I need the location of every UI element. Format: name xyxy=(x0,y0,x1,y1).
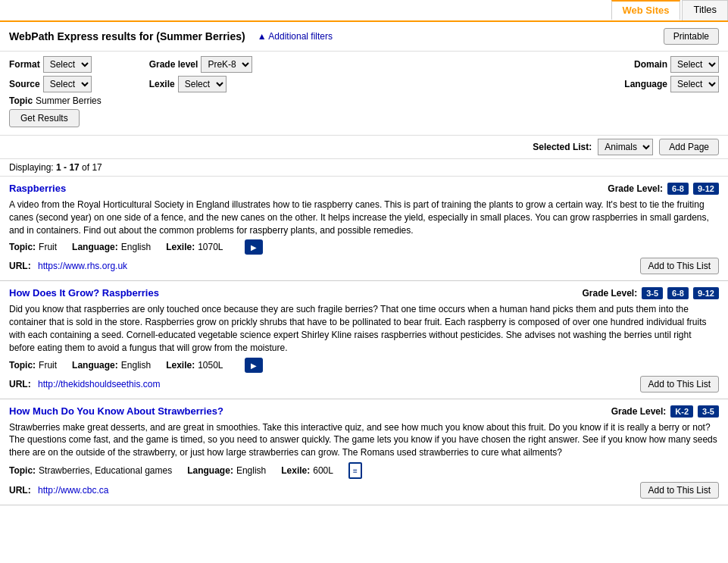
result-meta: Topic: Fruit Language: English Lexile: 1… xyxy=(9,239,719,255)
header: WebPath Express results for (Summer Berr… xyxy=(0,22,728,52)
format-label: Format xyxy=(9,59,40,70)
add-page-button[interactable]: Add Page xyxy=(659,139,719,155)
result-meta: Topic: Fruit Language: English Lexile: 1… xyxy=(9,358,719,373)
printable-button[interactable]: Printable xyxy=(664,28,719,45)
language-label: Language xyxy=(624,79,667,89)
grade-level-section: Grade Level: 6-89-12 xyxy=(608,183,719,195)
url-section: URL: http://www.cbc.ca xyxy=(9,485,108,496)
page-title: WebPath Express results for (Summer Berr… xyxy=(9,30,245,42)
grade-level-label: Grade Level: xyxy=(611,406,667,417)
header-left: WebPath Express results for (Summer Berr… xyxy=(9,30,333,42)
url-link[interactable]: http://thekidshouldseethis.com xyxy=(38,379,160,389)
grade-level-section: Grade Level: K-23-5 xyxy=(611,405,719,418)
result-title[interactable]: How Does It Grow? Raspberries xyxy=(9,287,159,299)
result-url-row: URL: http://www.cbc.ca Add to This List xyxy=(9,482,719,499)
triangle-icon: ▲ xyxy=(258,31,267,42)
lexile-meta-value: 1070L xyxy=(198,242,223,252)
top-tabs: Web Sites Titles xyxy=(0,0,728,22)
add-to-list-button[interactable]: Add to This List xyxy=(640,258,720,274)
meta-topic: Topic: Fruit xyxy=(9,242,57,252)
grade-level-label: Grade Level: xyxy=(582,288,637,299)
result-header: How Much Do You Know About Strawberries?… xyxy=(9,405,719,418)
url-link[interactable]: http://www.cbc.ca xyxy=(38,485,108,496)
result-header: How Does It Grow? Raspberries Grade Leve… xyxy=(9,287,719,300)
topic-label: Topic xyxy=(9,95,33,106)
lexile-select[interactable]: Select xyxy=(178,76,227,92)
meta-language: Language: English xyxy=(72,242,151,252)
language-meta-label: Language: xyxy=(72,360,118,371)
grade-label: Grade level xyxy=(149,59,198,70)
lexile-meta-label: Lexile: xyxy=(166,242,195,252)
result-description: Did you know that raspberries are only t… xyxy=(9,303,719,354)
displaying-range: 1 - 17 xyxy=(56,162,80,173)
meta-language: Language: English xyxy=(187,465,266,476)
grade-badge: 9-12 xyxy=(693,183,719,195)
topic-value: Summer Berries xyxy=(36,95,102,106)
result-description: Strawberries make great desserts, and ar… xyxy=(9,421,719,459)
meta-topic: Topic: Strawberries, Educational games xyxy=(9,465,172,476)
language-select[interactable]: Select xyxy=(670,76,719,92)
language-meta-value: English xyxy=(121,360,151,371)
result-item: Raspberries Grade Level: 6-89-12 A video… xyxy=(0,177,728,281)
meta-language: Language: English xyxy=(72,360,151,371)
selected-list-bar: Selected List: Animals Add Page xyxy=(0,136,728,159)
grade-level-label: Grade Level: xyxy=(608,183,663,194)
result-header: Raspberries Grade Level: 6-89-12 xyxy=(9,183,719,195)
lexile-meta-label: Lexile: xyxy=(281,465,310,476)
topic-meta-value: Fruit xyxy=(39,360,57,371)
grade-select[interactable]: PreK-8 xyxy=(201,56,252,73)
grade-badge: 6-8 xyxy=(667,183,689,195)
tablet-icon xyxy=(348,462,362,479)
displaying-suffix: of 17 xyxy=(82,162,102,173)
results-container: Raspberries Grade Level: 6-89-12 A video… xyxy=(0,177,728,505)
additional-filters-link[interactable]: ▲ Additional filters xyxy=(258,31,333,42)
displaying-prefix: Displaying: xyxy=(9,162,54,173)
add-to-list-button[interactable]: Add to This List xyxy=(640,376,720,393)
url-label: URL: xyxy=(9,379,31,389)
selected-list-label: Selected List: xyxy=(533,142,592,152)
format-select[interactable]: Select xyxy=(43,56,92,73)
topic-row: Topic Summer Berries xyxy=(9,95,719,106)
result-title[interactable]: Raspberries xyxy=(9,183,66,194)
lexile-label: Lexile xyxy=(149,79,175,89)
filters-section: Format Select Grade level PreK-8 Domain … xyxy=(0,52,728,136)
topic-meta-value: Strawberries, Educational games xyxy=(39,465,172,476)
topic-meta-value: Fruit xyxy=(39,242,57,252)
grade-filter: Grade level PreK-8 xyxy=(149,56,253,73)
result-title[interactable]: How Much Do You Know About Strawberries? xyxy=(9,405,223,417)
url-section: URL: https://www.rhs.org.uk xyxy=(9,261,127,271)
meta-lexile: Lexile: 1070L xyxy=(166,242,223,252)
tab-web-sites[interactable]: Web Sites xyxy=(611,0,681,20)
result-meta: Topic: Strawberries, Educational games L… xyxy=(9,462,719,479)
result-url-row: URL: https://www.rhs.org.uk Add to This … xyxy=(9,258,719,274)
url-label: URL: xyxy=(9,485,31,496)
result-description: A video from the Royal Horticultural Soc… xyxy=(9,199,719,236)
tab-titles[interactable]: Titles xyxy=(682,0,728,20)
url-label: URL: xyxy=(9,261,31,271)
lexile-meta-value: 1050L xyxy=(198,360,223,371)
source-select[interactable]: Select xyxy=(43,76,92,92)
language-filter: Language Select xyxy=(624,76,719,92)
topic-meta-label: Topic: xyxy=(9,242,36,252)
language-meta-label: Language: xyxy=(187,465,233,476)
grade-badge: 6-8 xyxy=(667,287,689,299)
add-to-list-button[interactable]: Add to This List xyxy=(640,482,720,499)
lexile-filter: Lexile Select xyxy=(149,76,227,92)
meta-lexile: Lexile: 1050L xyxy=(166,360,223,371)
domain-select[interactable]: Select xyxy=(670,56,719,73)
lexile-meta-value: 600L xyxy=(313,465,333,476)
filter-row-1: Format Select Grade level PreK-8 Domain … xyxy=(9,56,719,73)
get-results-button[interactable]: Get Results xyxy=(9,109,80,127)
language-meta-label: Language: xyxy=(72,242,118,252)
grade-badge: K-2 xyxy=(670,405,693,418)
video-icon xyxy=(245,358,263,373)
result-item: How Much Do You Know About Strawberries?… xyxy=(0,399,728,505)
displaying-bar: Displaying: 1 - 17 of 17 xyxy=(0,159,728,177)
grade-badge: 3-5 xyxy=(642,287,663,299)
domain-filter: Domain Select xyxy=(634,56,719,73)
meta-lexile: Lexile: 600L xyxy=(281,465,333,476)
selected-list-select[interactable]: Animals xyxy=(598,139,653,155)
domain-label: Domain xyxy=(634,59,667,70)
format-filter: Format Select xyxy=(9,56,92,73)
url-link[interactable]: https://www.rhs.org.uk xyxy=(38,261,127,271)
